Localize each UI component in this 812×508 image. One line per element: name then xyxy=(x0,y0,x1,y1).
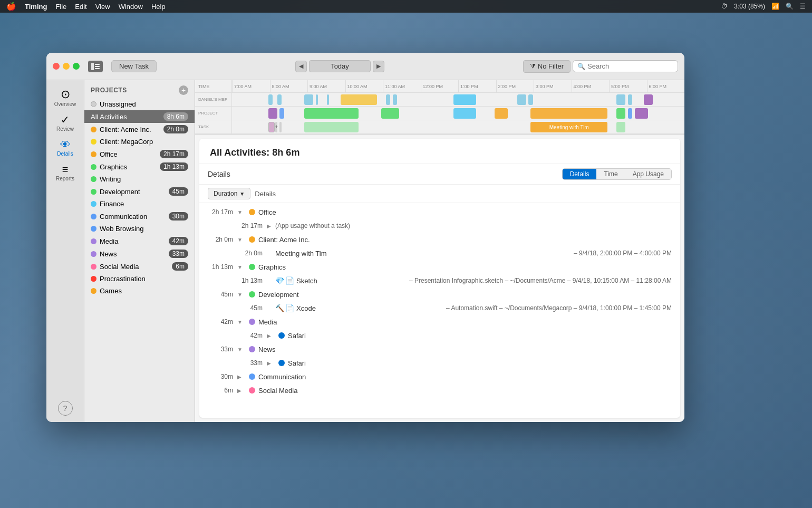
task-block-2[interactable] xyxy=(304,122,359,132)
project-item-megacorp[interactable]: Client: MegaCorp xyxy=(84,136,195,148)
activity-row-office-app[interactable]: 2h 17m ▶ (App usage without a task) xyxy=(199,219,680,233)
activity-row-communication[interactable]: 30m ▶ Communication xyxy=(199,370,680,384)
menubar-control-icon[interactable]: ☰ xyxy=(800,3,806,10)
tl-block-1[interactable] xyxy=(268,94,273,105)
task-meeting[interactable]: Meeting with Tim xyxy=(530,122,607,132)
task-add-1[interactable]: + xyxy=(275,122,277,132)
activity-row-safari-news[interactable]: 33m ▶ Safari xyxy=(199,356,680,370)
help-button[interactable]: ? xyxy=(58,401,73,416)
project-item-media[interactable]: Media 42m xyxy=(84,235,195,247)
activity-row-development[interactable]: 45m ▼ Development xyxy=(199,287,680,301)
project-item-procrastination[interactable]: Procrastination xyxy=(84,273,195,285)
office-app-arrow[interactable]: ▶ xyxy=(267,223,275,229)
sidebar-toggle-button[interactable] xyxy=(88,61,103,72)
menu-window[interactable]: Window xyxy=(119,3,143,11)
add-project-button[interactable]: + xyxy=(179,85,188,95)
tab-details[interactable]: Details xyxy=(563,169,597,179)
activity-row-acme[interactable]: 2h 0m ▼ Client: Acme Inc. xyxy=(199,233,680,246)
proj-block-3[interactable] xyxy=(304,108,359,119)
project-item-games[interactable]: Games xyxy=(84,285,195,297)
activity-row-sketch[interactable]: 1h 13m 💎 📄 Sketch – Presentation Infogra… xyxy=(199,274,680,287)
sidebar-item-review[interactable]: ✓ Review xyxy=(49,111,82,135)
project-item-all-activities[interactable]: All Activities 8h 6m xyxy=(84,110,195,123)
comm-expand-arrow[interactable]: ▶ xyxy=(237,374,246,380)
proj-block-10[interactable] xyxy=(635,108,649,119)
proj-block-8[interactable] xyxy=(616,108,625,119)
acme-expand-arrow[interactable]: ▼ xyxy=(237,237,246,243)
new-task-button[interactable]: New Task xyxy=(111,60,157,72)
project-item-development[interactable]: Development 45m xyxy=(84,185,195,198)
tl-block-3[interactable] xyxy=(304,94,313,105)
tl-block-11[interactable] xyxy=(528,94,533,105)
proj-block-1[interactable] xyxy=(268,108,277,119)
project-item-communication[interactable]: Communication 30m xyxy=(84,210,195,223)
menu-timing[interactable]: Timing xyxy=(25,3,47,11)
current-date-label[interactable]: Today xyxy=(309,60,371,72)
activity-row-graphics[interactable]: 1h 13m ▼ Graphics xyxy=(199,260,680,274)
tl-block-14[interactable] xyxy=(644,94,653,105)
maximize-button[interactable] xyxy=(73,63,80,70)
safari-news-arrow[interactable]: ▶ xyxy=(267,360,275,366)
activity-row-media[interactable]: 42m ▼ Media xyxy=(199,315,680,329)
project-item-finance[interactable]: Finance xyxy=(84,198,195,210)
project-item-acme[interactable]: Client: Acme Inc. 2h 0m xyxy=(84,123,195,136)
menu-file[interactable]: File xyxy=(55,3,66,11)
activity-row-office[interactable]: 2h 17m ▼ Office xyxy=(199,205,680,219)
project-item-unassigned[interactable]: Unassigned xyxy=(84,98,195,110)
tab-app-usage[interactable]: App Usage xyxy=(625,169,671,179)
project-item-web-browsing[interactable]: Web Browsing xyxy=(84,223,195,235)
proj-block-9[interactable] xyxy=(628,108,633,119)
task-add-2[interactable] xyxy=(279,122,282,132)
tl-block-5[interactable] xyxy=(327,94,329,105)
dev-expand-arrow[interactable]: ▼ xyxy=(237,292,246,298)
tl-block-7[interactable] xyxy=(386,94,391,105)
activity-row-news[interactable]: 33m ▼ News xyxy=(199,342,680,356)
task-block-1[interactable] xyxy=(268,122,275,132)
next-day-button[interactable]: ▶ xyxy=(373,61,384,72)
project-item-graphics[interactable]: Graphics 1h 13m xyxy=(84,160,195,173)
tl-block-13[interactable] xyxy=(628,94,633,105)
activity-row-xcode[interactable]: 45m 🔨 📄 Xcode – Automation.swift – ~/Doc… xyxy=(199,301,680,315)
safari-media-arrow[interactable]: ▶ xyxy=(267,333,275,339)
duration-sort-dropdown[interactable]: Duration ▼ xyxy=(208,188,250,199)
tl-block-12[interactable] xyxy=(616,94,625,105)
proj-block-7[interactable] xyxy=(530,108,607,119)
filter-button[interactable]: ⧩ No Filter xyxy=(523,60,571,73)
social-expand-arrow[interactable]: ▶ xyxy=(237,388,246,394)
prev-day-button[interactable]: ◀ xyxy=(295,61,307,72)
tl-block-8[interactable] xyxy=(393,94,398,105)
proj-block-5[interactable] xyxy=(453,108,476,119)
task-block-3[interactable] xyxy=(616,122,625,132)
sidebar-item-overview[interactable]: ⊙ Overview xyxy=(49,85,82,110)
media-expand-arrow[interactable]: ▼ xyxy=(237,319,246,325)
graphics-expand-arrow[interactable]: ▼ xyxy=(237,264,246,270)
proj-block-2[interactable] xyxy=(279,108,284,119)
sidebar-item-reports[interactable]: ≡ Reports xyxy=(49,161,82,185)
sidebar-item-details[interactable]: 👁 Details xyxy=(49,136,82,160)
close-button[interactable] xyxy=(53,63,60,70)
project-item-office[interactable]: Office 2h 17m xyxy=(84,148,195,160)
menu-help[interactable]: Help xyxy=(151,3,166,11)
project-item-writing[interactable]: Writing xyxy=(84,173,195,185)
tl-block-9[interactable] xyxy=(453,94,476,105)
menu-edit[interactable]: Edit xyxy=(75,3,86,11)
tl-block-10[interactable] xyxy=(517,94,526,105)
menu-view[interactable]: View xyxy=(95,3,110,11)
activity-row-meeting[interactable]: 2h 0m Meeting with Tim – 9/4/18, 2:00:00… xyxy=(199,246,680,260)
activity-row-social-media[interactable]: 6m ▶ Social Media xyxy=(199,384,680,397)
search-box[interactable]: 🔍 xyxy=(573,60,678,72)
apple-menu[interactable]: 🍎 xyxy=(6,2,16,11)
search-input[interactable] xyxy=(587,62,673,70)
project-item-social-media[interactable]: Social Media 6m xyxy=(84,260,195,273)
tl-block-6[interactable] xyxy=(341,94,377,105)
activity-row-safari-media[interactable]: 42m ▶ Safari xyxy=(199,329,680,342)
tl-block-2[interactable] xyxy=(277,94,282,105)
proj-block-4[interactable] xyxy=(381,108,399,119)
office-expand-arrow[interactable]: ▼ xyxy=(237,209,246,215)
tab-time[interactable]: Time xyxy=(596,169,625,179)
project-item-news[interactable]: News 33m xyxy=(84,247,195,260)
tl-block-4[interactable] xyxy=(316,94,318,105)
menubar-search-icon[interactable]: 🔍 xyxy=(786,3,794,10)
proj-block-6[interactable] xyxy=(495,108,508,119)
minimize-button[interactable] xyxy=(63,63,70,70)
